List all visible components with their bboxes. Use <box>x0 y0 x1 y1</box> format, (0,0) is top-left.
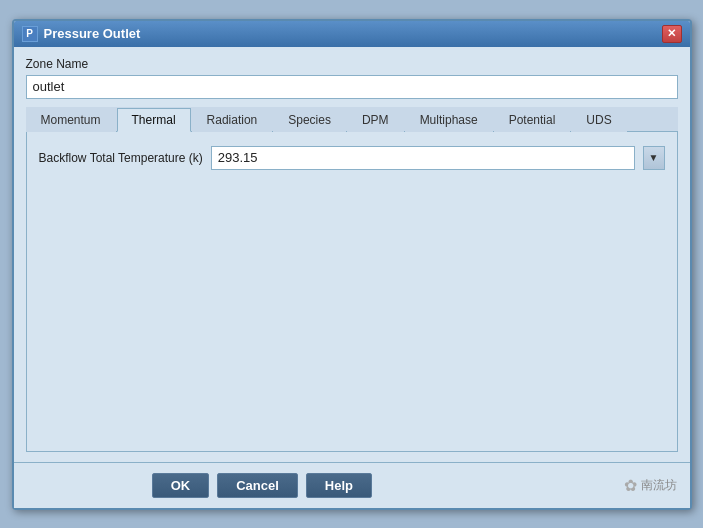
window-title: Pressure Outlet <box>44 26 141 41</box>
watermark: ✿ 南流坊 <box>624 476 677 495</box>
footer-buttons: OK Cancel Help <box>152 473 372 498</box>
tab-uds[interactable]: UDS <box>571 108 626 132</box>
tab-species[interactable]: Species <box>273 108 346 132</box>
title-bar: P Pressure Outlet ✕ <box>14 21 690 47</box>
tab-thermal[interactable]: Thermal <box>117 108 191 132</box>
tab-momentum[interactable]: Momentum <box>26 108 116 132</box>
cancel-button[interactable]: Cancel <box>217 473 298 498</box>
backflow-temp-dropdown[interactable]: ▼ <box>643 146 665 170</box>
backflow-temp-row: Backflow Total Temperature (k) ▼ <box>39 146 665 170</box>
window-icon: P <box>22 26 38 42</box>
tab-potential[interactable]: Potential <box>494 108 571 132</box>
tab-radiation[interactable]: Radiation <box>192 108 273 132</box>
watermark-icon: ✿ <box>624 476 637 495</box>
zone-name-input[interactable] <box>26 75 678 99</box>
watermark-text: 南流坊 <box>641 477 677 494</box>
backflow-temp-label: Backflow Total Temperature (k) <box>39 151 203 165</box>
tab-content-thermal: Backflow Total Temperature (k) ▼ <box>26 132 678 452</box>
window-body: Zone Name Momentum Thermal Radiation Spe… <box>14 47 690 462</box>
tab-dpm[interactable]: DPM <box>347 108 404 132</box>
pressure-outlet-window: P Pressure Outlet ✕ Zone Name Momentum T… <box>12 19 692 510</box>
tabs-bar: Momentum Thermal Radiation Species DPM M… <box>26 107 678 132</box>
footer: OK Cancel Help ✿ 南流坊 <box>14 462 690 508</box>
tab-multiphase[interactable]: Multiphase <box>405 108 493 132</box>
help-button[interactable]: Help <box>306 473 372 498</box>
zone-name-label: Zone Name <box>26 57 678 71</box>
close-button[interactable]: ✕ <box>662 25 682 43</box>
title-bar-left: P Pressure Outlet <box>22 26 141 42</box>
backflow-temp-input[interactable] <box>211 146 635 170</box>
ok-button[interactable]: OK <box>152 473 210 498</box>
